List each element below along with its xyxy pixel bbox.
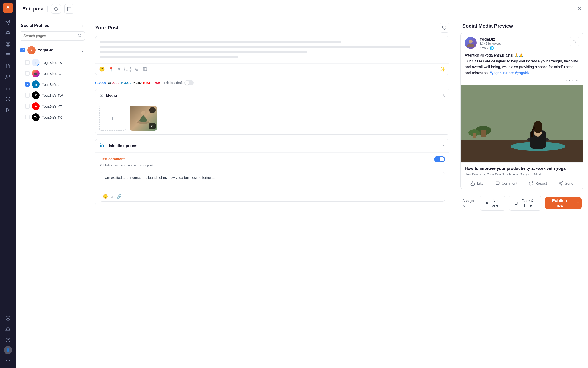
- nav-globe-icon[interactable]: [3, 39, 13, 49]
- nav-team-icon[interactable]: [3, 72, 13, 82]
- yt-stat-count: 53: [146, 81, 150, 85]
- pi-stat: P 500: [152, 81, 160, 85]
- nav-bell-icon[interactable]: [3, 324, 13, 334]
- toggle-on-dot: [439, 157, 444, 161]
- edit-post-modal: Edit post – ✕ Social Profiles ‹: [16, 0, 588, 368]
- nav-add-icon[interactable]: [3, 313, 13, 323]
- tk-checkbox[interactable]: [25, 115, 30, 120]
- search-input[interactable]: [20, 31, 85, 41]
- no-one-label: No one: [491, 199, 500, 208]
- hashtag-icon[interactable]: #: [118, 67, 120, 72]
- user-avatar[interactable]: 👤: [4, 346, 12, 354]
- thread-icon[interactable]: {…}: [124, 67, 132, 72]
- preview-edit-button[interactable]: [570, 37, 579, 46]
- social-media-preview-panel: Social Media Preview YogaBiz 8,345 follo…: [456, 18, 588, 368]
- undo-button[interactable]: [51, 4, 61, 14]
- no-one-button[interactable]: No one: [480, 196, 505, 211]
- social-profiles-title: Social Profiles: [21, 23, 49, 28]
- image-icon[interactable]: 🖼: [142, 67, 147, 72]
- media-section-header[interactable]: Media ∧: [96, 89, 449, 102]
- preview-user-info: YogaBiz 8,345 followers Now · 🌐: [479, 37, 570, 50]
- app-logo[interactable]: A: [3, 3, 13, 13]
- tw-checkbox[interactable]: [25, 93, 30, 98]
- first-comment-toggle[interactable]: [434, 156, 445, 162]
- fb-checkbox[interactable]: [25, 60, 30, 65]
- magic-wand-icon[interactable]: ✨: [440, 66, 446, 72]
- svg-point-23: [101, 94, 101, 94]
- x-stat-icon: ✕: [133, 81, 135, 84]
- draft-label: This is a draft: [164, 81, 183, 85]
- yogabiz-checkbox[interactable]: ✓: [20, 48, 25, 52]
- comment-link-icon[interactable]: 🔗: [117, 194, 122, 199]
- yogabiz-group: ✓ Y YogaBiz ⌄ f f YogaBiz's FB: [16, 44, 88, 124]
- tag-button[interactable]: [440, 23, 449, 33]
- your-post-panel: Your Post 🙂 📍 # {…} ⊕: [89, 18, 456, 368]
- nav-more-icon[interactable]: ⋯: [3, 355, 13, 365]
- like-button[interactable]: Like: [471, 181, 483, 186]
- yogabiz-sub-profiles: f f YogaBiz's FB 📷 YogaBiz's IG: [20, 56, 85, 124]
- see-more[interactable]: ... see more: [461, 78, 583, 85]
- nav-posts-icon[interactable]: [3, 61, 13, 71]
- skeleton-line-3: [99, 51, 307, 53]
- nav-analytics-icon[interactable]: [3, 83, 13, 93]
- location-icon[interactable]: 📍: [108, 66, 114, 72]
- comment-emoji-icon[interactable]: 🙂: [103, 194, 108, 199]
- comment-hashtag-icon[interactable]: #: [111, 194, 114, 199]
- close-button[interactable]: ✕: [578, 6, 582, 12]
- social-profiles-header: Social Profiles ‹: [16, 18, 88, 31]
- first-comment-header: First comment: [99, 156, 445, 162]
- li-stat: in 3000: [121, 81, 131, 85]
- media-delete-button[interactable]: 🗑: [149, 123, 156, 129]
- yogabiz-ig-profile: 📷 YogaBiz's IG: [24, 68, 85, 79]
- nav-video-icon[interactable]: [3, 105, 13, 115]
- preview-globe-icon: 🌐: [489, 46, 494, 50]
- pi-stat-icon: P: [152, 81, 153, 84]
- ig-checkbox[interactable]: [25, 71, 30, 76]
- publish-dropdown-button[interactable]: [574, 197, 582, 209]
- tk-name: YogaBiz's TK: [42, 115, 62, 119]
- post-content-area: 🙂 📍 # {…} ⊕ 🖼 ✨: [95, 36, 449, 75]
- preview-text: Attention all yoga enthusiasts! 🙏🙏Our cl…: [461, 52, 583, 78]
- yt-checkbox[interactable]: [25, 104, 30, 109]
- li-checkbox[interactable]: ✓: [25, 82, 30, 87]
- collapse-button[interactable]: ‹: [82, 23, 84, 28]
- comment-button[interactable]: [64, 4, 74, 14]
- emoji-icon[interactable]: 🙂: [99, 66, 105, 72]
- preview-title: Social Media Preview: [462, 23, 513, 29]
- ig-stat-icon: 📷: [108, 81, 111, 84]
- assign-label: Assign to: [462, 199, 474, 208]
- at-icon[interactable]: ⊕: [135, 66, 139, 72]
- preview-time: Now · 🌐: [479, 46, 570, 50]
- svg-point-26: [100, 143, 101, 144]
- yogabiz-fb-profile: f f YogaBiz's FB: [24, 57, 85, 68]
- svg-point-41: [533, 121, 543, 133]
- pi-stat-count: 500: [154, 81, 160, 85]
- send-label: Send: [565, 182, 573, 186]
- repost-button[interactable]: Repost: [529, 181, 547, 186]
- nav-calendar-icon[interactable]: [3, 50, 13, 60]
- svg-rect-33: [481, 130, 485, 137]
- datetime-button[interactable]: Date & Time: [509, 196, 541, 211]
- nav-send-icon[interactable]: [3, 17, 13, 27]
- nav-inbox-icon[interactable]: [3, 28, 13, 38]
- publish-now-button[interactable]: Publish now: [545, 197, 574, 209]
- comment-action-button[interactable]: Comment: [495, 181, 518, 186]
- yogabiz-group-header[interactable]: ✓ Y YogaBiz ⌄: [20, 44, 85, 56]
- nav-help-icon[interactable]: [3, 335, 13, 345]
- media-more-button[interactable]: ⋯: [149, 107, 156, 113]
- skeleton-line-2: [99, 46, 410, 48]
- li-stat-icon: in: [121, 81, 123, 84]
- yt-stat: ▶ 53: [143, 81, 150, 85]
- minimize-button[interactable]: –: [570, 6, 573, 12]
- svg-marker-13: [7, 108, 9, 112]
- draft-toggle[interactable]: [184, 80, 193, 85]
- linkedin-section-header[interactable]: LinkedIn options ∧: [96, 139, 449, 152]
- svg-point-25: [141, 111, 145, 115]
- media-chevron-icon: ∧: [442, 93, 445, 98]
- first-comment-textarea[interactable]: I am excited to announce the launch of m…: [100, 172, 445, 191]
- linkedin-icon: [99, 143, 104, 149]
- send-button[interactable]: Send: [558, 181, 573, 186]
- add-media-button[interactable]: +: [99, 106, 126, 131]
- fb-stat-icon: f: [95, 81, 96, 85]
- nav-dashboard-icon[interactable]: [3, 94, 13, 104]
